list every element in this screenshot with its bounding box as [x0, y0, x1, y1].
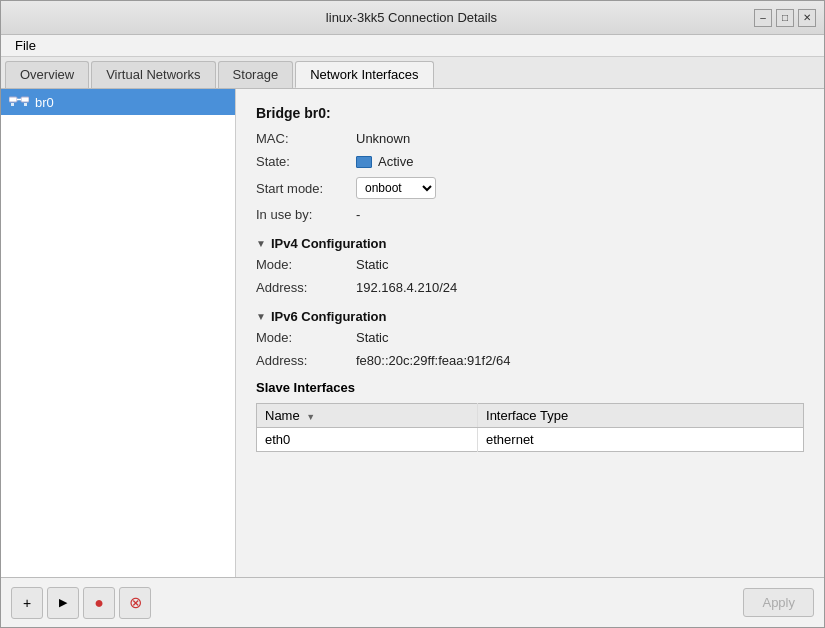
bottom-bar: + ▶ ● ⊗ Apply [1, 577, 824, 627]
start-mode-row: Start mode: onboot none hotplug [256, 177, 804, 199]
title-bar: linux-3kk5 Connection Details – □ ✕ [1, 1, 824, 35]
detail-panel: Bridge br0: MAC: Unknown State: Active S… [236, 89, 824, 577]
state-row: State: Active [256, 154, 804, 169]
ipv4-mode-row: Mode: Static [256, 257, 804, 272]
sidebar-item-br0[interactable]: br0 [1, 89, 235, 115]
menubar: File [1, 35, 824, 57]
stop-button[interactable]: ● [83, 587, 115, 619]
mac-label: MAC: [256, 131, 356, 146]
start-mode-select[interactable]: onboot none hotplug [356, 177, 436, 199]
play-button[interactable]: ▶ [47, 587, 79, 619]
delete-button[interactable]: ⊗ [119, 587, 151, 619]
file-menu[interactable]: File [9, 36, 42, 55]
tab-storage[interactable]: Storage [218, 61, 294, 88]
col-name-header[interactable]: Name ▼ [257, 404, 478, 428]
ipv4-mode-value: Static [356, 257, 389, 272]
svg-rect-4 [24, 103, 27, 106]
tabs-bar: Overview Virtual Networks Storage Networ… [1, 57, 824, 89]
tab-overview[interactable]: Overview [5, 61, 89, 88]
close-button[interactable]: ✕ [798, 9, 816, 27]
add-button[interactable]: + [11, 587, 43, 619]
detail-title: Bridge br0: [256, 105, 804, 121]
svg-rect-0 [9, 97, 17, 102]
ipv6-address-row: Address: fe80::20c:29ff:feaa:91f2/64 [256, 353, 804, 368]
window-title: linux-3kk5 Connection Details [69, 10, 754, 25]
slave-name-cell: eth0 [257, 428, 478, 452]
toolbar-buttons: + ▶ ● ⊗ [11, 587, 151, 619]
svg-rect-3 [11, 103, 14, 106]
in-use-by-row: In use by: - [256, 207, 804, 222]
mac-value: Unknown [356, 131, 410, 146]
network-interface-icon [9, 94, 29, 110]
content-area: br0 Bridge br0: MAC: Unknown State: Acti… [1, 89, 824, 577]
ipv6-address-label: Address: [256, 353, 356, 368]
in-use-by-label: In use by: [256, 207, 356, 222]
ipv6-mode-value: Static [356, 330, 389, 345]
tab-virtual-networks[interactable]: Virtual Networks [91, 61, 215, 88]
table-row: eth0 ethernet [257, 428, 804, 452]
slave-interfaces-table: Name ▼ Interface Type eth0 ethernet [256, 403, 804, 452]
state-label: State: [256, 154, 356, 169]
apply-button[interactable]: Apply [743, 588, 814, 617]
ipv6-section-title: IPv6 Configuration [271, 309, 387, 324]
ipv6-mode-row: Mode: Static [256, 330, 804, 345]
ipv6-section-header[interactable]: ▼ IPv6 Configuration [256, 309, 804, 324]
ipv4-mode-label: Mode: [256, 257, 356, 272]
ipv6-arrow-icon: ▼ [256, 311, 266, 322]
ipv6-address-value: fe80::20c:29ff:feaa:91f2/64 [356, 353, 510, 368]
state-text: Active [378, 154, 413, 169]
ipv4-arrow-icon: ▼ [256, 238, 266, 249]
state-icon [356, 156, 372, 168]
ipv6-mode-label: Mode: [256, 330, 356, 345]
slave-type-cell: ethernet [478, 428, 804, 452]
mac-row: MAC: Unknown [256, 131, 804, 146]
main-window: linux-3kk5 Connection Details – □ ✕ File… [0, 0, 825, 628]
ipv4-address-value: 192.168.4.210/24 [356, 280, 457, 295]
svg-rect-1 [21, 97, 29, 102]
col-type-header[interactable]: Interface Type [478, 404, 804, 428]
maximize-button[interactable]: □ [776, 9, 794, 27]
minimize-button[interactable]: – [754, 9, 772, 27]
slave-interfaces-title: Slave Interfaces [256, 380, 804, 395]
start-mode-value: onboot none hotplug [356, 177, 436, 199]
tab-network-interfaces[interactable]: Network Interfaces [295, 61, 433, 88]
in-use-by-value: - [356, 207, 360, 222]
ipv4-section-header[interactable]: ▼ IPv4 Configuration [256, 236, 804, 251]
bridge-icon [9, 94, 29, 110]
ipv4-address-label: Address: [256, 280, 356, 295]
start-mode-label: Start mode: [256, 181, 356, 196]
ipv4-address-row: Address: 192.168.4.210/24 [256, 280, 804, 295]
name-sort-icon: ▼ [306, 412, 315, 422]
window-controls: – □ ✕ [754, 9, 816, 27]
state-value: Active [356, 154, 413, 169]
ipv4-section-title: IPv4 Configuration [271, 236, 387, 251]
sidebar-item-label-br0: br0 [35, 95, 54, 110]
sidebar: br0 [1, 89, 236, 577]
